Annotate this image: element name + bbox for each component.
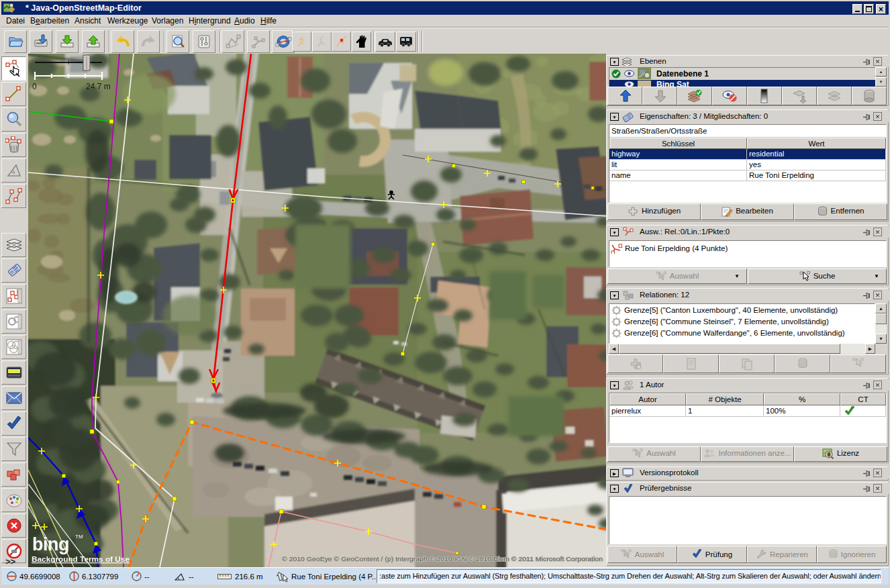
- svg-text:Background Terms of Use: Background Terms of Use: [32, 554, 130, 564]
- svg-text:0: 0: [32, 82, 37, 91]
- svg-text:© 2010 GeoEye © GeoContent / (: © 2010 GeoEye © GeoContent / (p) Intergr…: [282, 556, 603, 562]
- svg-text:TM: TM: [75, 534, 83, 540]
- svg-text:bing: bing: [32, 534, 69, 554]
- svg-text:24.7 m: 24.7 m: [86, 82, 111, 91]
